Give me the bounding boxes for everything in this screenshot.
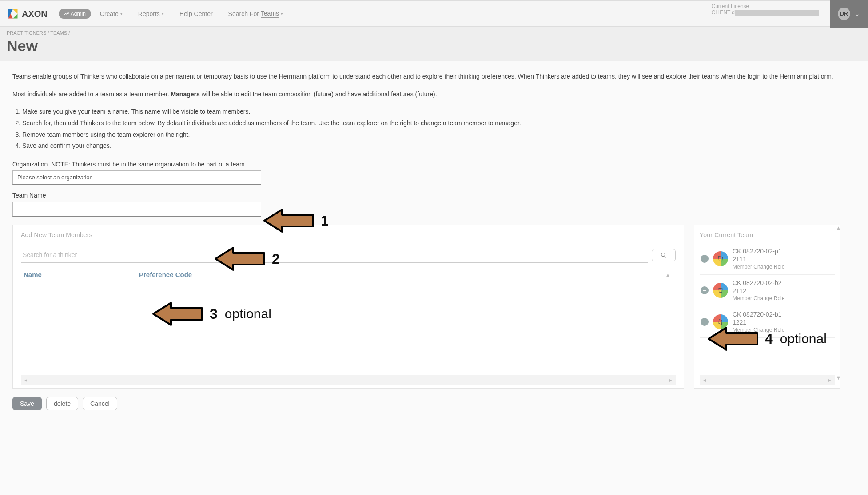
- page-content: Teams enable groups of Thinkers who coll…: [0, 61, 853, 421]
- members-grid-header: Name Preference Code▲: [21, 267, 676, 282]
- search-icon: [660, 252, 667, 259]
- members-grid-body: [21, 282, 676, 375]
- organization-label: Organization. NOTE: Thinkers must be in …: [12, 161, 840, 168]
- change-role-link[interactable]: Change Role: [753, 327, 784, 333]
- svg-marker-7: [719, 288, 722, 293]
- organization-select[interactable]: Please select an organization: [12, 170, 261, 185]
- member-preference-code: 1221: [733, 319, 784, 326]
- svg-line-5: [665, 256, 666, 258]
- page-subheader: PRACTITIONERS / TEAMS / New: [0, 27, 868, 61]
- member-name: CK 082720-02-p1: [733, 248, 784, 255]
- intro-step: Remove team members using the team explo…: [22, 130, 840, 140]
- team-list-next[interactable]: ▸: [828, 377, 831, 383]
- nav-create[interactable]: Create▾: [100, 10, 123, 18]
- member-name: CK 082720-02-b2: [733, 279, 784, 286]
- svg-marker-1: [13, 9, 18, 14]
- nav-reports[interactable]: Reports▾: [138, 10, 164, 18]
- admin-badge-label: Admin: [71, 11, 86, 17]
- main-nav: Create▾ Reports▾ Help Center Search For …: [100, 10, 283, 18]
- profile-disc-icon: [713, 251, 728, 266]
- remove-member-button[interactable]: −: [701, 286, 709, 294]
- license-masked: [735, 10, 819, 16]
- remove-member-button[interactable]: −: [701, 255, 709, 263]
- team-list-footer: ◂ ▸: [700, 375, 835, 385]
- intro-text: Teams enable groups of Thinkers who coll…: [12, 72, 840, 151]
- brand-logo: AXON: [7, 8, 48, 20]
- panels-row: Add New Team Members Name Preference Cod…: [12, 225, 840, 389]
- chevron-down-icon: ⌄: [855, 10, 860, 17]
- member-name: CK 082720-02-b1: [733, 311, 784, 318]
- members-grid-footer: ◂ ▸: [21, 375, 676, 385]
- team-name-field: Team Name: [12, 192, 840, 217]
- current-team-list: − CK 082720-02-p1 2111 Member Change Rol…: [700, 243, 835, 375]
- nav-help-center[interactable]: Help Center: [179, 10, 213, 18]
- breadcrumb-teams[interactable]: TEAMS: [50, 30, 67, 36]
- intro-paragraph-2: Most individuals are added to a team as …: [12, 90, 840, 99]
- grid-prev[interactable]: ◂: [24, 377, 27, 383]
- intro-step: Save and confirm your changes.: [22, 141, 840, 151]
- member-role: Member Change Role: [733, 295, 784, 301]
- team-member-row: − CK 082720-02-b1 1221 Member Change Rol…: [700, 306, 835, 338]
- graph-icon: [64, 12, 69, 16]
- chevron-down-icon: ▾: [281, 12, 283, 16]
- organization-field: Organization. NOTE: Thinkers must be in …: [12, 161, 840, 185]
- team-member-row: − CK 082720-02-b2 2112 Member Change Rol…: [700, 275, 835, 306]
- breadcrumb: PRACTITIONERS / TEAMS /: [7, 30, 861, 36]
- admin-badge[interactable]: Admin: [59, 9, 91, 19]
- scroll-up-icon[interactable]: ▲: [836, 225, 841, 230]
- save-button[interactable]: Save: [12, 397, 42, 410]
- intro-paragraph-1: Teams enable groups of Thinkers who coll…: [12, 72, 840, 82]
- grid-next[interactable]: ▸: [669, 377, 672, 383]
- breadcrumb-practitioners[interactable]: PRACTITIONERS: [7, 30, 46, 36]
- brand-logo-mark: [7, 8, 19, 20]
- svg-marker-2: [13, 14, 18, 19]
- intro-step: Search for, then add Thinkers to the tea…: [22, 119, 840, 128]
- top-nav: AXON Admin Create▾ Reports▾ Help Center …: [0, 0, 868, 27]
- page-title: New: [7, 37, 861, 55]
- chevron-down-icon: ▾: [120, 12, 123, 16]
- add-members-panel: Add New Team Members Name Preference Cod…: [12, 225, 684, 389]
- chevron-down-icon: ▾: [162, 12, 164, 16]
- thinker-search-input[interactable]: [21, 248, 648, 263]
- team-member-row: − CK 082720-02-p1 2111 Member Change Rol…: [700, 243, 835, 275]
- current-team-title: Your Current Team: [700, 231, 835, 238]
- team-name-label: Team Name: [12, 192, 840, 199]
- team-list-prev[interactable]: ◂: [703, 377, 706, 383]
- member-role: Member Change Role: [733, 264, 784, 270]
- add-members-title: Add New Team Members: [21, 231, 676, 238]
- change-role-link[interactable]: Change Role: [753, 295, 784, 301]
- svg-marker-6: [718, 257, 723, 261]
- license-info: Current License CLIENT d: [712, 3, 819, 16]
- license-client: CLIENT d: [712, 9, 735, 16]
- license-label: Current License: [712, 3, 819, 9]
- col-header-preference-code[interactable]: Preference Code▲: [136, 267, 676, 282]
- sort-icon: ▲: [665, 272, 673, 277]
- brand-name: AXON: [22, 9, 48, 19]
- thinker-search-button[interactable]: [652, 249, 676, 261]
- team-name-input[interactable]: [12, 202, 261, 217]
- member-preference-code: 2112: [733, 287, 784, 294]
- member-preference-code: 2111: [733, 256, 784, 263]
- intro-step: Make sure you give your team a name. Thi…: [22, 107, 840, 117]
- profile-disc-icon: [713, 314, 728, 329]
- current-team-panel: Your Current Team ▲ − CK 082720-02-p1 21…: [694, 225, 840, 389]
- delete-button[interactable]: delete: [46, 397, 78, 410]
- member-role: Member Change Role: [733, 327, 784, 333]
- svg-marker-8: [719, 320, 722, 325]
- col-header-name[interactable]: Name: [21, 267, 136, 282]
- remove-member-button[interactable]: −: [701, 318, 709, 326]
- profile-disc-icon: [713, 283, 728, 298]
- cancel-button[interactable]: Cancel: [83, 397, 117, 410]
- user-menu[interactable]: DR ⌄: [830, 0, 868, 28]
- user-avatar: DR: [838, 8, 850, 20]
- change-role-link[interactable]: Change Role: [753, 264, 784, 270]
- intro-steps-list: Make sure you give your team a name. Thi…: [22, 107, 840, 151]
- svg-point-4: [661, 253, 665, 257]
- nav-search-for[interactable]: Search For Teams▾: [228, 10, 283, 18]
- form-actions: Save delete Cancel: [12, 397, 840, 410]
- scroll-down-icon[interactable]: ▼: [836, 375, 841, 380]
